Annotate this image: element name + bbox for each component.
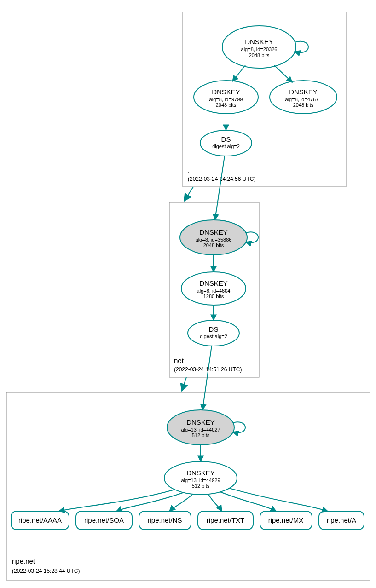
svg-text:alg=13, id=44027: alg=13, id=44027 bbox=[181, 427, 220, 432]
svg-text:ripe.net/TXT: ripe.net/TXT bbox=[207, 516, 245, 524]
node-rr-txt: ripe.net/TXT bbox=[198, 511, 253, 530]
node-net-ds: DS digest alg=2 bbox=[188, 320, 239, 346]
svg-text:DNSKEY: DNSKEY bbox=[212, 88, 240, 96]
svg-point-13 bbox=[200, 130, 252, 156]
svg-text:DNSKEY: DNSKEY bbox=[186, 469, 215, 477]
svg-text:DNSKEY: DNSKEY bbox=[199, 279, 228, 287]
svg-text:DS: DS bbox=[209, 325, 219, 333]
svg-text:ripe.net/AAAA: ripe.net/AAAA bbox=[18, 516, 62, 524]
svg-text:1280 bits: 1280 bits bbox=[203, 294, 224, 299]
svg-text:512 bits: 512 bits bbox=[192, 432, 210, 438]
edge-root-ksk-self bbox=[295, 41, 308, 52]
svg-text:ripe.net/MX: ripe.net/MX bbox=[268, 516, 304, 524]
edge-net-ksk-self bbox=[246, 232, 258, 242]
svg-text:alg=8, id=9799: alg=8, id=9799 bbox=[209, 97, 243, 102]
zone-label-ripe: ripe.net bbox=[12, 557, 35, 565]
svg-text:alg=13, id=44929: alg=13, id=44929 bbox=[181, 478, 220, 483]
svg-text:ripe.net/NS: ripe.net/NS bbox=[147, 516, 182, 524]
node-rr-aaaa: ripe.net/AAAA bbox=[11, 511, 69, 530]
zone-ts-ripe: (2022-03-24 15:28:44 UTC) bbox=[12, 568, 80, 574]
edge-zsk-mx bbox=[220, 492, 276, 511]
svg-text:DNSKEY: DNSKEY bbox=[245, 38, 273, 46]
svg-text:2048 bits: 2048 bits bbox=[249, 52, 270, 58]
svg-text:DNSKEY: DNSKEY bbox=[199, 228, 228, 236]
edge-rootksk-zsk2 bbox=[274, 65, 292, 82]
edge-ripe-ksk-self bbox=[233, 422, 245, 432]
zone-label-net: net bbox=[174, 357, 184, 364]
svg-text:alg=8, id=47671: alg=8, id=47671 bbox=[285, 97, 322, 102]
svg-text:2048 bits: 2048 bits bbox=[216, 102, 237, 108]
node-rr-ns: ripe.net/NS bbox=[139, 511, 191, 530]
svg-text:alg=8, id=4604: alg=8, id=4604 bbox=[197, 288, 231, 294]
edge-zsk-a bbox=[229, 488, 328, 511]
edge-zsk-txt bbox=[208, 494, 222, 511]
svg-text:512 bits: 512 bits bbox=[192, 483, 210, 489]
node-root-ds: DS digest alg=2 bbox=[200, 130, 252, 156]
node-root-zsk1: DNSKEY alg=8, id=9799 2048 bits bbox=[194, 81, 258, 114]
svg-text:DNSKEY: DNSKEY bbox=[289, 88, 318, 96]
node-root-zsk2: DNSKEY alg=8, id=47671 2048 bits bbox=[270, 81, 337, 114]
svg-text:ripe.net/A: ripe.net/A bbox=[327, 516, 356, 524]
node-ripe-ksk: DNSKEY alg=13, id=44027 512 bits bbox=[167, 410, 245, 445]
svg-text:2048 bits: 2048 bits bbox=[293, 102, 314, 108]
edge-zsk-soa bbox=[116, 492, 184, 511]
svg-text:alg=8, id=20326: alg=8, id=20326 bbox=[241, 46, 278, 52]
svg-text:DS: DS bbox=[221, 135, 231, 143]
svg-text:digest alg=2: digest alg=2 bbox=[212, 144, 240, 149]
edge-zone-net-ripe bbox=[182, 377, 186, 391]
svg-text:alg=8, id=35886: alg=8, id=35886 bbox=[196, 237, 232, 242]
node-net-ksk: DNSKEY alg=8, id=35886 2048 bits bbox=[180, 220, 258, 255]
edge-rootksk-zsk1 bbox=[232, 65, 245, 81]
svg-point-24 bbox=[188, 320, 239, 346]
svg-text:ripe.net/SOA: ripe.net/SOA bbox=[84, 516, 124, 524]
node-rr-soa: ripe.net/SOA bbox=[76, 511, 132, 530]
svg-text:2048 bits: 2048 bits bbox=[203, 242, 224, 248]
node-ripe-zsk: DNSKEY alg=13, id=44929 512 bits bbox=[164, 461, 237, 495]
zone-label-root: . bbox=[188, 166, 190, 174]
edge-zone-root-net bbox=[184, 187, 193, 201]
node-net-zsk: DNSKEY alg=8, id=4604 1280 bits bbox=[181, 272, 246, 305]
edge-rootds-netksk bbox=[215, 156, 225, 220]
edge-netds-ripeksk bbox=[202, 346, 212, 410]
node-rr-mx: ripe.net/MX bbox=[260, 511, 312, 530]
node-root-ksk: DNSKEY alg=8, id=20326 2048 bits bbox=[222, 26, 308, 68]
node-rr-a: ripe.net/A bbox=[319, 511, 364, 530]
svg-text:DNSKEY: DNSKEY bbox=[186, 418, 215, 426]
svg-text:digest alg=2: digest alg=2 bbox=[200, 334, 227, 339]
dnssec-chain-diagram: . (2022-03-24 14:24:56 UTC) DNSKEY alg=8… bbox=[0, 0, 376, 588]
